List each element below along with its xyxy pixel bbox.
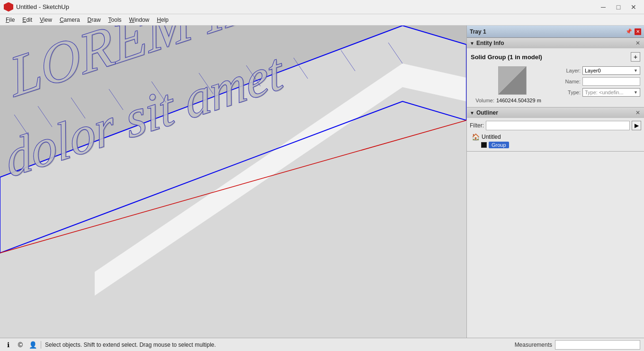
person-icon[interactable]: 👤	[28, 341, 37, 349]
entity-texture-preview	[471, 66, 554, 97]
outliner-close-button[interactable]: ✕	[635, 109, 641, 116]
layer-dropdown[interactable]: Layer0 ▼	[582, 66, 640, 75]
menu-help[interactable]: Help	[153, 16, 172, 24]
status-text: Select objects. Shift to extend select. …	[45, 342, 511, 348]
outliner-tree: 🏠 Untitled Group	[470, 133, 641, 148]
window-controls: ─ □ ✕	[597, 2, 640, 12]
layer-dropdown-arrow: ▼	[634, 68, 638, 73]
menu-window[interactable]: Window	[125, 16, 153, 24]
app-logo-icon	[4, 2, 13, 12]
volume-value: 1460244.504329 m	[496, 98, 541, 103]
tray-close-button[interactable]: ✕	[635, 28, 641, 35]
entity-title-row: Solid Group (1 in model) +	[471, 52, 640, 62]
home-icon: 🏠	[472, 133, 480, 141]
entity-info-section: ▼ Entity Info ✕ Solid Group (1 in model)…	[467, 38, 644, 108]
entity-fields: Layer: Layer0 ▼ Name:	[557, 66, 640, 97]
statusbar: ℹ © 👤 Select objects. Shift to extend se…	[0, 338, 644, 351]
tree-group-item[interactable]: Group	[472, 142, 641, 148]
outliner-title: Outliner	[476, 109, 498, 116]
tray-header: Tray 1 📌 ✕	[467, 26, 644, 38]
outliner-section: ▼ Outliner ✕ Filter: ▶ 🏠 Untitled	[467, 108, 644, 152]
filter-label: Filter:	[470, 122, 484, 129]
layer-value: Layer0	[585, 68, 601, 73]
entity-info-header[interactable]: ▼ Entity Info ✕	[467, 38, 644, 48]
type-field-row: Type: Type: <undefin... ▼	[557, 88, 640, 97]
group-badge: Group	[489, 142, 509, 148]
maximize-button[interactable]: □	[612, 2, 625, 12]
titlebar-left: Untitled - SketchUp	[4, 2, 69, 12]
entity-info-content: Solid Group (1 in model) + Layer: Layer0	[467, 48, 644, 107]
type-dropdown[interactable]: Type: <undefin... ▼	[582, 88, 640, 97]
menu-tools[interactable]: Tools	[105, 16, 125, 24]
status-divider	[41, 341, 41, 349]
tree-root-item[interactable]: 🏠 Untitled	[472, 133, 641, 141]
type-dropdown-arrow: ▼	[634, 90, 638, 95]
tray-title: Tray 1	[470, 28, 486, 35]
menu-edit[interactable]: Edit	[18, 16, 36, 24]
entity-info-collapse-arrow: ▼	[470, 41, 474, 46]
main-layout: LOREM IPSUM LOREM IPSUM LOREM IPSUM dolo…	[0, 26, 644, 338]
texture-swatch-inner	[499, 67, 526, 94]
type-value: Type: <undefin...	[585, 90, 624, 95]
filter-input[interactable]	[486, 121, 630, 130]
info-icon[interactable]: ℹ	[4, 341, 12, 349]
entity-group-title: Solid Group (1 in model)	[471, 54, 542, 61]
viewport[interactable]: LOREM IPSUM LOREM IPSUM LOREM IPSUM dolo…	[0, 26, 466, 338]
filter-row: Filter: ▶	[470, 121, 641, 130]
pin-icon[interactable]: 📌	[624, 28, 634, 35]
titlebar: Untitled - SketchUp ─ □ ✕	[0, 0, 644, 14]
entity-info-title: Entity Info	[476, 40, 504, 46]
volume-label: Volume:	[471, 98, 494, 103]
volume-row: Volume: 1460244.504329 m	[471, 98, 640, 103]
measurements-label: Measurements	[515, 342, 552, 348]
window-title: Untitled - SketchUp	[16, 3, 69, 10]
texture-swatch	[498, 66, 527, 95]
name-field-row: Name:	[557, 77, 640, 86]
name-label: Name:	[557, 79, 581, 84]
menubar: File Edit View Camera Draw Tools Window …	[0, 14, 644, 26]
menu-draw[interactable]: Draw	[84, 16, 105, 24]
layer-field-row: Layer: Layer0 ▼	[557, 66, 640, 75]
measurements-section: Measurements	[515, 340, 640, 350]
close-button[interactable]: ✕	[627, 2, 640, 12]
entity-expand-button[interactable]: +	[631, 52, 640, 62]
entity-info-title-row: ▼ Entity Info	[470, 40, 504, 46]
tree-root-label: Untitled	[482, 134, 501, 140]
menu-file[interactable]: File	[2, 16, 18, 24]
scene-svg: LOREM IPSUM LOREM IPSUM LOREM IPSUM dolo…	[0, 26, 466, 338]
outliner-header[interactable]: ▼ Outliner ✕	[467, 108, 644, 118]
minimize-button[interactable]: ─	[597, 2, 610, 12]
group-color-swatch	[481, 142, 487, 148]
name-input[interactable]	[582, 77, 640, 86]
filter-button[interactable]: ▶	[632, 121, 641, 130]
tray-controls: 📌 ✕	[624, 28, 641, 35]
menu-camera[interactable]: Camera	[56, 16, 84, 24]
entity-info-close-button[interactable]: ✕	[635, 40, 641, 46]
layer-label: Layer:	[557, 68, 581, 73]
menu-view[interactable]: View	[36, 16, 56, 24]
measurements-input[interactable]	[555, 340, 640, 350]
outliner-collapse-arrow: ▼	[470, 110, 474, 116]
entity-info-grid: Layer: Layer0 ▼ Name:	[471, 66, 640, 97]
outliner-title-row: ▼ Outliner	[470, 109, 498, 116]
outliner-content: Filter: ▶ 🏠 Untitled Group	[467, 118, 644, 151]
type-label: Type:	[557, 90, 581, 95]
copyright-icon[interactable]: ©	[16, 341, 25, 349]
scene-canvas: LOREM IPSUM LOREM IPSUM LOREM IPSUM dolo…	[0, 26, 466, 338]
right-panel: Tray 1 📌 ✕ ▼ Entity Info ✕ Solid Group (…	[466, 26, 644, 338]
